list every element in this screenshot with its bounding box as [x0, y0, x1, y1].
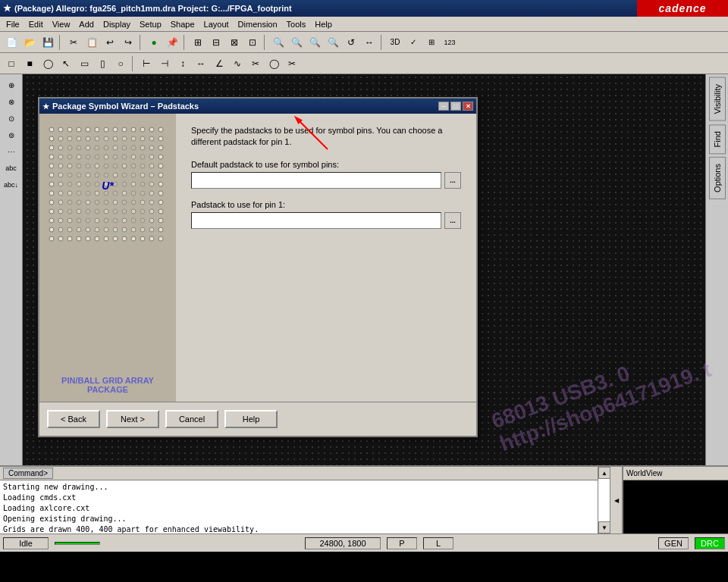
left-tool-2[interactable]: ⊗ — [4, 94, 19, 109]
tb-pin[interactable]: 📌 — [164, 34, 180, 51]
menu-view[interactable]: View — [48, 18, 75, 30]
green-indicator — [55, 542, 100, 545]
left-sidebar: ⊕ ⊗ ⊙ ⊚ ⋯ abc abc↓ — [0, 74, 23, 465]
left-tool-6[interactable]: abc — [4, 161, 19, 176]
tb2-line[interactable]: ▭ — [76, 55, 93, 72]
tb2-filled-rect[interactable]: ■ — [21, 55, 38, 72]
pin1-padstack-browse-button[interactable]: ... — [444, 212, 461, 229]
menu-help[interactable]: Help — [310, 18, 337, 30]
tb-zoom-in[interactable]: 🔍 — [270, 34, 287, 51]
tb2-rect[interactable]: □ — [3, 55, 20, 72]
form-description: Specify the padstacks to be used for sym… — [191, 125, 461, 149]
help-button[interactable]: Help — [224, 410, 278, 428]
tb2-cursor[interactable]: ↖ — [58, 55, 74, 72]
dialog-title-text: Package Symbol Wizard – Padstacks — [52, 102, 199, 111]
tb2-angle[interactable]: ∠ — [211, 55, 228, 72]
tb2-oval[interactable]: ○ — [112, 55, 129, 72]
right-sidebar: Visibility Find Options — [705, 74, 728, 465]
tb-grid4[interactable]: ⊡ — [244, 34, 261, 51]
tb2-right[interactable]: ⊣ — [156, 55, 173, 72]
command-tab[interactable]: Command> — [3, 468, 53, 479]
tb2-rect2[interactable]: ▯ — [94, 55, 111, 72]
left-tool-7[interactable]: abc↓ — [4, 177, 19, 192]
tb-grid[interactable]: ⊞ — [190, 34, 206, 51]
toolbar-sep-3 — [184, 35, 187, 50]
console-content: Starting new drawing... Loading cmds.cxt… — [0, 480, 598, 534]
tb-grid2[interactable]: ⊟ — [208, 34, 224, 51]
sidebar-find[interactable]: Find — [709, 124, 726, 154]
tb-check[interactable]: ✓ — [405, 34, 422, 51]
menu-display[interactable]: Display — [99, 18, 135, 30]
toolbar-sep-1 — [59, 35, 62, 50]
tb-mirror[interactable]: ↔ — [361, 34, 378, 51]
pin1-padstack-input[interactable] — [191, 212, 441, 229]
tb2-cut[interactable]: ✂ — [247, 55, 264, 72]
tb2-vert[interactable]: ↕ — [174, 55, 191, 72]
next-button[interactable]: Next > — [106, 410, 159, 428]
menu-add[interactable]: Add — [74, 18, 99, 30]
menu-layout[interactable]: Layout — [199, 18, 234, 30]
tb-new[interactable]: 📄 — [3, 34, 20, 51]
title-bar: ★ (Package) Allegro: fga256_pitch1mm.dra… — [0, 0, 728, 17]
console-scrollbar: ▲ ▼ — [598, 467, 610, 534]
tb-dot[interactable]: ● — [146, 34, 162, 51]
pin1-padstack-group: Padstack to use for pin 1: ... — [191, 200, 461, 229]
tb-undo[interactable]: ↩ — [102, 34, 118, 51]
tb-zoom-out[interactable]: 🔍 — [288, 34, 305, 51]
tb-copy[interactable]: 📋 — [83, 34, 100, 51]
tb2-wave[interactable]: ∿ — [229, 55, 246, 72]
tb-num[interactable]: 123 — [441, 34, 458, 51]
window-title: (Package) Allegro: fga256_pitch1mm.dra P… — [14, 4, 686, 13]
tb-save[interactable]: 💾 — [39, 34, 56, 51]
menu-tools[interactable]: Tools — [282, 18, 311, 30]
toolbar-2: □ ■ ◯ ↖ ▭ ▯ ○ ⊢ ⊣ ↕ ↔ ∠ ∿ ✂ ◯ ✂ — [0, 53, 728, 74]
dialog-close[interactable]: ✕ — [463, 102, 473, 111]
l-indicator[interactable]: L — [423, 537, 453, 549]
worldview-label: WorldView — [626, 469, 662, 477]
tb-grid3[interactable]: ⊠ — [226, 34, 243, 51]
menu-shape[interactable]: Shape — [166, 18, 199, 30]
default-padstack-browse-button[interactable]: ... — [444, 172, 461, 189]
app-icon: ★ — [3, 3, 11, 14]
p-indicator[interactable]: P — [387, 537, 417, 549]
bga-center-label: U* — [102, 180, 114, 192]
tb-zoom-fit[interactable]: 🔍 — [306, 34, 323, 51]
console-line-2: Loading cmds.cxt — [3, 493, 595, 503]
menu-file[interactable]: File — [2, 18, 24, 30]
dialog-minimize[interactable]: ─ — [438, 102, 449, 111]
toolbar-sep-4 — [264, 35, 267, 50]
tb-rotate[interactable]: ↺ — [343, 34, 359, 51]
scroll-up[interactable]: ▲ — [598, 467, 610, 479]
scroll-down[interactable]: ▼ — [598, 521, 610, 534]
left-tool-5[interactable]: ⋯ — [4, 144, 19, 159]
default-padstack-group: Default padstack to use for symbol pins:… — [191, 160, 461, 189]
tb-cut[interactable]: ✂ — [65, 34, 82, 51]
menu-edit[interactable]: Edit — [24, 18, 48, 30]
sidebar-options[interactable]: Options — [709, 157, 726, 199]
sidebar-visibility[interactable]: Visibility — [709, 77, 726, 121]
coordinates-display: 24800, 1800 — [305, 537, 381, 549]
default-padstack-input[interactable] — [191, 172, 441, 189]
menu-bar: File Edit View Add Display Setup Shape L… — [0, 17, 728, 32]
menu-dimension[interactable]: Dimension — [234, 18, 282, 30]
padstacks-wizard-dialog: ★ Package Symbol Wizard – Padstacks ─ □ … — [38, 97, 478, 437]
drc-label: DRC — [695, 537, 725, 549]
cancel-button[interactable]: Cancel — [165, 410, 218, 428]
tb2-circle[interactable]: ◯ — [39, 55, 56, 72]
back-button[interactable]: < Back — [47, 410, 100, 428]
tb-redo[interactable]: ↪ — [120, 34, 136, 51]
left-tool-4[interactable]: ⊚ — [4, 127, 19, 142]
tb2-horiz[interactable]: ↔ — [193, 55, 209, 72]
tb2-left[interactable]: ⊢ — [138, 55, 155, 72]
menu-setup[interactable]: Setup — [135, 18, 166, 30]
tb-zoom-area[interactable]: 🔍 — [325, 34, 341, 51]
left-tool-1[interactable]: ⊕ — [4, 77, 19, 92]
left-tool-3[interactable]: ⊙ — [4, 111, 19, 126]
tb2-circ2[interactable]: ◯ — [265, 55, 282, 72]
tb-open[interactable]: 📂 — [21, 34, 38, 51]
tb-rule[interactable]: ⊞ — [423, 34, 440, 51]
tb2-cut2[interactable]: ✂ — [284, 55, 300, 72]
dialog-maximize[interactable]: □ — [450, 102, 461, 111]
tb-3d[interactable]: 3D — [387, 34, 403, 51]
worldview-toggle[interactable]: ◀ — [614, 497, 619, 504]
